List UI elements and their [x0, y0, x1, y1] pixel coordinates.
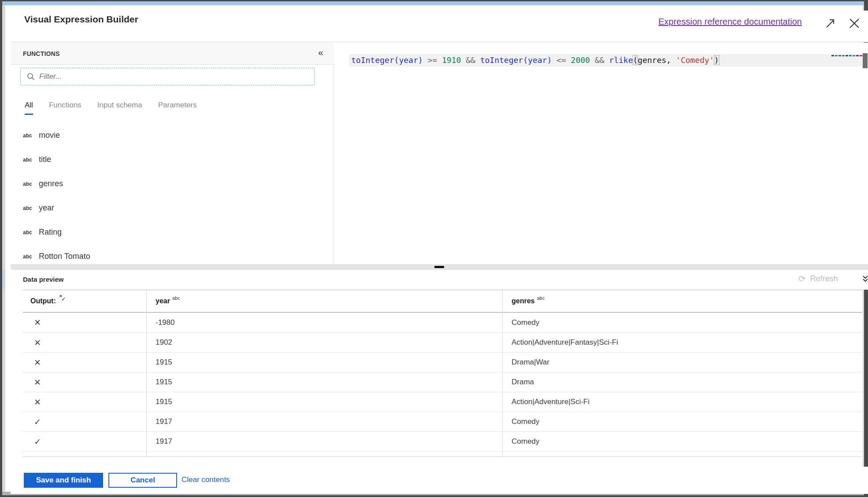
- table-row[interactable]: ✕1915Action|Adventure|Sci-Fi: [23, 392, 862, 412]
- minimap-code-dash: [860, 55, 862, 56]
- data-preview-title: Data preview: [23, 276, 64, 283]
- close-button[interactable]: [847, 16, 862, 31]
- minimap-code-dash: [846, 55, 848, 56]
- expression-token: 1910: [442, 55, 461, 65]
- expression-editor[interactable]: toInteger(year) >= 1910 && toInteger(yea…: [334, 43, 868, 264]
- functions-panel-body: AllFunctionsInput schemaParameters abcmo…: [11, 65, 334, 264]
- expression-token: rlike: [609, 55, 633, 65]
- left-edge-highlight: [2, 269, 5, 289]
- year-cell: -1980: [146, 313, 502, 332]
- schema-item-genres[interactable]: abcgenres: [11, 172, 334, 196]
- expression-token: <=: [552, 55, 571, 65]
- functions-panel-title: FUNCTIONS: [23, 50, 59, 57]
- refresh-label: Refresh: [810, 274, 838, 283]
- schema-item-label: genres: [39, 179, 63, 188]
- refresh-button[interactable]: ⟳ Refresh: [798, 273, 838, 284]
- window-frame-bottom: [0, 495, 868, 497]
- year-cell: 1915: [146, 353, 502, 372]
- table-row[interactable]: ✓1917Comedy: [23, 431, 862, 451]
- minimap-code-dash: [853, 55, 855, 56]
- minimap-code-dash: [856, 55, 859, 56]
- expression-code-line[interactable]: toInteger(year) >= 1910 && toInteger(yea…: [351, 55, 719, 66]
- output-cell: ✓: [23, 412, 146, 431]
- column-header-output[interactable]: Output: ✕✓: [23, 290, 146, 313]
- genres-cell: Action|Adventure|Fantasy|Sci-Fi: [502, 333, 862, 352]
- expression-token: (year): [523, 55, 552, 65]
- schema-item-list: abcmovieabctitleabcgenresabcyearabcRatin…: [11, 123, 334, 264]
- year-cell: 1917: [146, 432, 502, 451]
- expression-token: toInteger: [351, 55, 394, 65]
- schema-item-label: year: [39, 203, 54, 213]
- genres-cell: Drama|War: [502, 353, 862, 372]
- tab-functions[interactable]: Functions: [49, 101, 82, 115]
- column-header-genres[interactable]: genres abc: [502, 290, 862, 313]
- data-preview-toolbar: Data preview ⟳ Refresh: [11, 270, 868, 290]
- schema-tabs: AllFunctionsInput schemaParameters: [25, 101, 197, 115]
- table-row[interactable]: ✕-1980Comedy: [23, 313, 862, 332]
- minimap-code-dash: [838, 55, 841, 56]
- output-cell: ✕: [23, 333, 146, 352]
- table-row[interactable]: ✕1915Drama|War: [23, 352, 862, 372]
- fullscreen-expand-button[interactable]: [824, 18, 836, 30]
- output-cell: ✓: [23, 452, 146, 457]
- schema-item-title[interactable]: abctitle: [11, 147, 334, 172]
- tab-all[interactable]: All: [25, 101, 33, 115]
- column-header-year[interactable]: year abc: [146, 290, 502, 313]
- output-cell: ✕: [23, 372, 146, 392]
- minimap-code-dash: [831, 55, 834, 56]
- string-type-icon: abc: [23, 205, 38, 211]
- refresh-icon: ⟳: [798, 273, 806, 284]
- expression-token: ): [714, 55, 719, 65]
- table-row[interactable]: ✕1902Action|Adventure|Fantasy|Sci-Fi: [23, 332, 862, 352]
- row-included-check-icon: ✓: [34, 437, 41, 447]
- row-excluded-x-icon: ✕: [34, 338, 41, 348]
- expression-token: 2000: [571, 55, 590, 65]
- schema-item-label: Rating: [39, 228, 62, 237]
- schema-item-rating[interactable]: abcRating: [11, 220, 334, 244]
- window-gutter-left: [2, 5, 5, 495]
- schema-item-movie[interactable]: abcmovie: [11, 123, 334, 147]
- year-cell: 1917: [146, 412, 502, 431]
- splitter-drag-handle[interactable]: [434, 266, 444, 268]
- string-type-icon: abc: [23, 254, 38, 260]
- output-cell: ✕: [23, 353, 146, 372]
- genres-cell: [502, 452, 862, 457]
- table-row[interactable]: ✓1917Comedy: [23, 412, 862, 431]
- preview-expand-button[interactable]: [862, 272, 868, 286]
- editor-scrollbar-thumb[interactable]: [863, 53, 868, 68]
- tab-input-schema[interactable]: Input schema: [97, 101, 142, 115]
- data-preview-table: Output: ✕✓ year abc genres abc ✕-1980Com…: [23, 290, 862, 457]
- tab-parameters[interactable]: Parameters: [158, 101, 197, 115]
- table-row[interactable]: ✓: [23, 451, 862, 457]
- expression-reference-doc-link[interactable]: Expression reference documentation: [658, 17, 802, 27]
- genres-cell: Action|Adventure|Sci-Fi: [502, 392, 862, 412]
- clear-contents-link[interactable]: Clear contents: [182, 475, 230, 484]
- panel-resize-splitter[interactable]: [11, 264, 868, 270]
- string-type-icon: abc: [537, 295, 545, 301]
- collapse-panel-button[interactable]: «: [318, 47, 323, 58]
- string-type-icon: abc: [23, 181, 38, 187]
- minimap-code-dash: [842, 55, 845, 56]
- save-and-finish-button[interactable]: Save and finish: [24, 473, 103, 488]
- schema-item-rotton-tomato[interactable]: abcRotton Tomato: [11, 244, 334, 264]
- cancel-button[interactable]: Cancel: [108, 473, 177, 488]
- row-included-check-icon: ✓: [34, 417, 41, 427]
- window-title-strip: [2, 1, 864, 5]
- year-cell: 1915: [146, 372, 502, 392]
- close-icon: [847, 16, 862, 31]
- expression-token: 'Comedy': [676, 55, 714, 65]
- row-excluded-x-icon: ✕: [34, 377, 41, 387]
- table-row[interactable]: ✕1915Drama: [23, 372, 862, 392]
- genres-cell: Comedy: [502, 432, 862, 451]
- expression-token: genres,: [638, 55, 676, 65]
- row-excluded-x-icon: ✕: [34, 317, 41, 328]
- schema-item-label: movie: [39, 131, 60, 140]
- filter-field[interactable]: [20, 68, 315, 85]
- output-cell: ✕: [23, 313, 146, 332]
- schema-item-year[interactable]: abcyear: [11, 196, 334, 220]
- row-excluded-x-icon: ✕: [34, 357, 41, 368]
- expression-token: &&: [590, 55, 609, 65]
- dialog-footer: Save and finish Cancel Clear contents: [11, 467, 868, 494]
- row-excluded-x-icon: ✕: [34, 397, 41, 407]
- filter-input[interactable]: [39, 72, 314, 81]
